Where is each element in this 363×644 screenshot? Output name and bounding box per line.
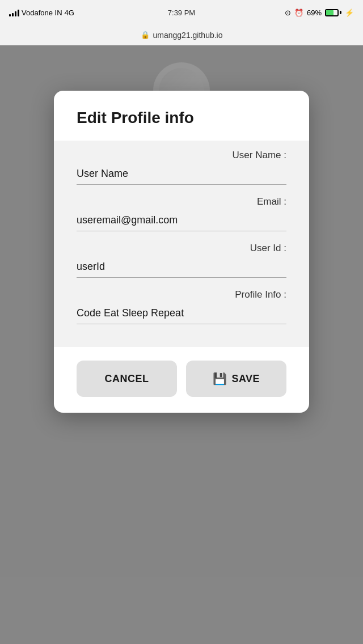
status-center: 7:39 PM [168, 9, 195, 17]
profileinfo-input[interactable] [77, 305, 286, 324]
email-input[interactable] [77, 212, 286, 231]
cancel-button[interactable]: CANCEL [77, 361, 177, 397]
username-label: User Name : [77, 150, 286, 161]
form-section: User Name : Email : User Id : Profile In… [54, 141, 309, 347]
status-left: Vodafone IN 4G [9, 9, 74, 17]
userid-input[interactable] [77, 259, 286, 278]
userid-field-group: User Id : [77, 243, 286, 278]
url-text: umangg21.github.io [153, 31, 223, 40]
lock-icon: 🔒 [141, 31, 150, 39]
save-label: SAVE [231, 373, 260, 385]
signal-bars-icon [9, 9, 19, 16]
status-bar: Vodafone IN 4G 7:39 PM ⊙ ⏰ 69% ⚡ [0, 0, 363, 25]
profileinfo-label: Profile Info : [77, 289, 286, 300]
userid-label: User Id : [77, 243, 286, 254]
email-field-group: Email : [77, 196, 286, 231]
profileinfo-field-group: Profile Info : [77, 289, 286, 324]
alarm-icon: ⏰ [294, 9, 303, 17]
status-right: ⊙ ⏰ 69% ⚡ [285, 9, 354, 17]
battery-indicator [325, 9, 341, 16]
modal-title: Edit Profile info [77, 109, 286, 127]
lock-rotate-icon: ⊙ [285, 9, 291, 17]
save-button[interactable]: 💾 SAVE [186, 361, 286, 397]
username-field-group: User Name : [77, 150, 286, 185]
time-label: 7:39 PM [168, 9, 195, 17]
url-bar: 🔒 umangg21.github.io [0, 25, 363, 45]
battery-percent-label: 69% [307, 9, 322, 17]
cancel-label: CANCEL [105, 373, 149, 385]
button-row: CANCEL 💾 SAVE [77, 361, 286, 397]
charging-icon: ⚡ [345, 9, 354, 17]
carrier-label: Vodafone IN [22, 9, 62, 17]
network-label: 4G [65, 9, 74, 17]
email-label: Email : [77, 196, 286, 207]
username-input[interactable] [77, 166, 286, 185]
save-disk-icon: 💾 [213, 372, 227, 385]
edit-profile-modal: Edit Profile info User Name : Email : Us… [54, 91, 309, 413]
